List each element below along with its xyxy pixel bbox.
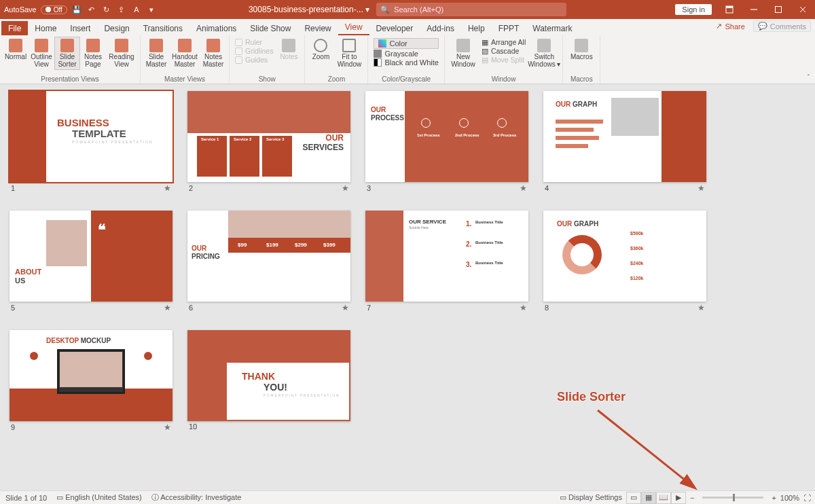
view-buttons: ▭ ▦ 📖 ▶ (626, 492, 686, 504)
autosave-state: Off (54, 6, 62, 14)
s3-process: PROCESS (371, 114, 404, 122)
tab-fppt[interactable]: FPPT (492, 21, 526, 35)
new-window-button[interactable]: New Window (448, 37, 479, 70)
s5-us: US (15, 276, 25, 285)
slide-thumb-9[interactable]: DESKTOP MOCKUP 9★ (10, 330, 173, 435)
redo-icon[interactable]: ↻ (101, 4, 112, 15)
slide-thumb-2[interactable]: Service 1 Service 2 Service 3 OUR SERVIC… (187, 91, 350, 196)
collapse-ribbon-icon[interactable]: ˆ (808, 74, 810, 82)
tab-home[interactable]: Home (28, 21, 63, 35)
sign-in-button[interactable]: Sign in (675, 4, 712, 15)
annotation-arrow-icon (570, 403, 720, 490)
zoom-button[interactable]: Zoom (308, 37, 333, 63)
slide-thumb-1[interactable]: BUSINESS TEMPLATE POWERPOINT PRESENTATIO… (10, 91, 173, 196)
zoom-slider[interactable] (702, 497, 763, 499)
macros-button[interactable]: Macros (566, 37, 597, 63)
fit-to-window-button[interactable]: Fit to Window (333, 37, 365, 70)
normal-view-button[interactable]: Normal (3, 37, 29, 63)
minimize-icon[interactable] (742, 0, 766, 19)
slide-number: 1 (11, 184, 15, 192)
slide-thumb-10[interactable]: THANK YOU! POWERPOINT PRESENTATION 10 (187, 330, 350, 435)
ribbon-display-options-icon[interactable] (717, 0, 742, 19)
cascade-button[interactable]: ▧ Cascade (482, 47, 526, 55)
slide-thumb-7[interactable]: OUR SERVICE Subtitle Here 1. Business Ti… (365, 211, 528, 315)
font-icon[interactable]: A (131, 4, 142, 15)
tab-file[interactable]: File (1, 21, 28, 35)
tab-review[interactable]: Review (297, 21, 338, 35)
s2-service2: Service 2 (234, 137, 251, 141)
tab-add-ins[interactable]: Add-ins (420, 21, 461, 35)
s10-you: YOU! (264, 382, 287, 393)
comments-button[interactable]: 💬 Comments (753, 20, 811, 32)
arrange-all-button[interactable]: ▦ Arrange All (482, 38, 526, 46)
slide-number: 3 (367, 184, 371, 192)
animation-star-icon: ★ (164, 422, 171, 432)
status-slide-count: Slide 1 of 10 (5, 494, 47, 502)
tab-watermark[interactable]: Watermark (526, 21, 579, 35)
s3-p2: 2nd Process (455, 133, 479, 137)
tab-developer[interactable]: Developer (369, 21, 420, 35)
touch-mode-icon[interactable]: ⇪ (116, 4, 127, 15)
color-button[interactable]: Color (374, 38, 438, 49)
group-presentation-views: Normal Outline View Slide Sorter Notes P… (0, 35, 141, 84)
slide-number: 7 (367, 304, 371, 312)
tab-slide-show[interactable]: Slide Show (243, 21, 297, 35)
display-settings-button[interactable]: ▭ Display Settings (560, 493, 622, 502)
zoom-out-icon[interactable]: − (690, 494, 694, 502)
zoom-in-icon[interactable]: + (772, 494, 776, 502)
autosave-toggle[interactable]: Off (41, 5, 67, 14)
search-placeholder: Search (Alt+Q) (394, 5, 443, 14)
slide-number: 9 (11, 423, 15, 431)
black-white-button[interactable]: Black and White (374, 58, 438, 67)
slide-thumb-5[interactable]: ABOUT US ❝ 5★ (10, 211, 173, 315)
slide-number: 2 (189, 184, 193, 192)
zoom-percent[interactable]: 100% (780, 494, 799, 502)
tab-insert[interactable]: Insert (63, 21, 97, 35)
slide-thumb-3[interactable]: OUR PROCESS 1st Process 2nd Process 3rd … (365, 91, 528, 196)
group-color-grayscale: Color Grayscale Black and White Color/Gr… (368, 35, 444, 84)
outline-view-button[interactable]: Outline View (29, 37, 54, 70)
notes-button[interactable]: Notes (276, 37, 302, 63)
close-icon[interactable] (791, 0, 815, 19)
grayscale-button[interactable]: Grayscale (374, 50, 438, 58)
slideshow-view-icon[interactable]: ▶ (671, 492, 686, 504)
slide-thumb-6[interactable]: OUR PRICING $99 $199 $299 $399 6★ (187, 211, 350, 315)
notes-master-button[interactable]: Notes Master (200, 37, 226, 70)
guides-checkbox[interactable]: Guides (235, 56, 273, 64)
status-language[interactable]: ▭ English (United States) (56, 493, 142, 502)
tab-view[interactable]: View (338, 20, 369, 35)
qat-more-icon[interactable]: ▾ (146, 4, 157, 15)
reading-view-button[interactable]: Reading View (106, 37, 137, 70)
share-button[interactable]: ↗ Share (712, 20, 748, 32)
search-input[interactable]: 🔍 Search (Alt+Q) (376, 3, 566, 16)
s2-service1: Service 1 (201, 137, 219, 141)
search-icon: 🔍 (380, 5, 390, 14)
document-title[interactable]: 30085-business-presentation-... ▾ (249, 5, 369, 14)
animation-star-icon: ★ (520, 183, 527, 193)
save-icon[interactable]: 💾 (71, 4, 82, 15)
undo-icon[interactable]: ↶ (86, 4, 97, 15)
slide-thumb-4[interactable]: OUR GRAPH 4★ (543, 91, 706, 196)
switch-windows-button[interactable]: Switch Windows ▾ (528, 37, 560, 70)
maximize-icon[interactable] (766, 0, 791, 19)
tab-transitions[interactable]: Transitions (137, 21, 189, 35)
move-split-button[interactable]: ▤ Move Split (482, 56, 526, 64)
ruler-checkbox[interactable]: Ruler (235, 38, 273, 46)
tab-design[interactable]: Design (97, 21, 136, 35)
gridlines-checkbox[interactable]: Gridlines (235, 47, 273, 55)
status-accessibility[interactable]: ⓘ Accessibility: Investigate (151, 492, 242, 503)
reading-view-icon[interactable]: 📖 (656, 492, 671, 504)
fit-to-window-icon[interactable]: ⛶ (803, 494, 811, 502)
tab-animations[interactable]: Animations (189, 21, 243, 35)
handout-master-button[interactable]: Handout Master (169, 37, 200, 70)
group-label: Zoom (308, 75, 365, 84)
slide-master-button[interactable]: Slide Master (143, 37, 169, 70)
tab-help[interactable]: Help (461, 21, 492, 35)
slide-thumb-8[interactable]: OUR GRAPH $590k $360k $240k $120k 8★ (543, 211, 706, 315)
normal-view-icon[interactable]: ▭ (626, 492, 641, 504)
slide-sorter-view-icon[interactable]: ▦ (641, 492, 656, 504)
notes-page-button[interactable]: Notes Page (80, 37, 106, 70)
title-bar: AutoSave Off 💾 ↶ ↻ ⇪ A ▾ 30085-business-… (0, 0, 815, 19)
s3-p1: 1st Process (417, 133, 440, 137)
slide-sorter-button[interactable]: Slide Sorter (54, 37, 80, 70)
